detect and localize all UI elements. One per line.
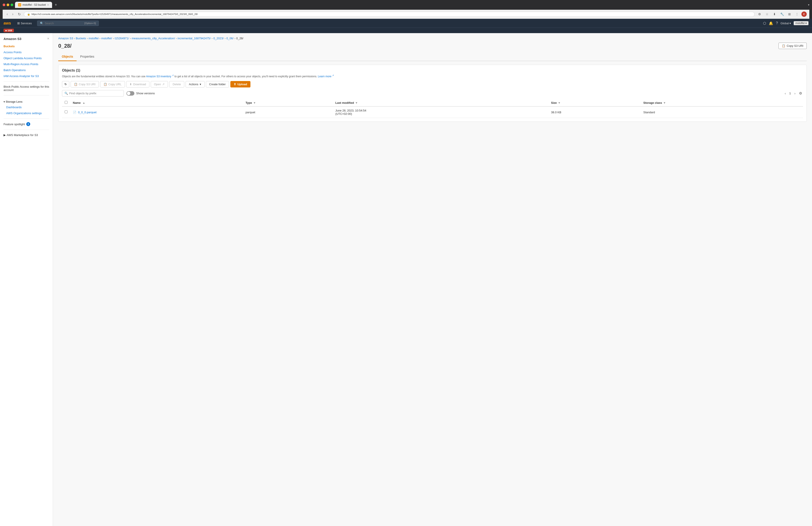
maximize-window-button[interactable] — [11, 3, 13, 6]
table-body: 📄 0_0_0.parquet parquet June 28, 2023, 1… — [62, 106, 803, 118]
select-all-checkbox[interactable] — [64, 101, 68, 104]
show-versions-label: Show versions — [136, 91, 155, 95]
size-filter-icon: ▾ — [559, 101, 560, 104]
copy-s3-uri-header-label: Copy S3 URI — [787, 44, 803, 47]
copy-s3-uri-label: Copy S3 URI — [79, 83, 96, 86]
sidebar-item-block-public[interactable]: Block Public Access settings for this ac… — [0, 84, 53, 93]
pagination-prev-button[interactable]: ‹ — [783, 91, 787, 96]
global-menu-button[interactable]: Global ▾ — [781, 22, 791, 25]
feature-spotlight[interactable]: Feature spotlight 3 — [0, 121, 53, 127]
tab-navigation: Objects Properties — [58, 53, 807, 61]
extensions-button[interactable]: ⚙ — [756, 11, 763, 17]
breadcrumb-buckets[interactable]: Buckets — [76, 37, 86, 40]
sidebar-item-batch-operations[interactable]: Batch Operations — [0, 67, 53, 73]
lock-icon: 🔒 — [27, 13, 30, 16]
sidebar-item-marketplace[interactable]: ▶ AWS Marketplace for S3 — [0, 132, 53, 138]
learn-more-link[interactable]: Learn more ↗ — [318, 75, 334, 78]
services-menu-button[interactable]: ⊞ Services — [15, 20, 33, 26]
copy-s3-uri-button[interactable]: 📋 Copy S3 URI — [71, 81, 99, 87]
table-settings-button[interactable]: ⚙ — [798, 90, 803, 96]
active-tab[interactable]: S3 mstoffel - S3 bucket × — [15, 2, 52, 8]
refresh-button[interactable]: ↻ — [62, 81, 69, 87]
sidebar-item-iam-analyzer[interactable]: IAM Access Analyzer for S3 — [0, 73, 53, 79]
row-checkbox-cell — [62, 106, 70, 118]
tab-close-button[interactable]: × — [47, 3, 49, 6]
storage-class-sort-button[interactable]: Storage class ▾ — [643, 101, 800, 104]
breadcrumb-mstoffel-slash[interactable]: mstoffel/ — [101, 37, 112, 40]
copy-s3-uri-header-button[interactable]: 📋 Copy S3 URI — [779, 43, 807, 49]
download-button[interactable]: ⬇ Download — [126, 81, 149, 87]
breadcrumb-t15264971[interactable]: t15264971/ — [115, 37, 129, 40]
row-checkbox[interactable] — [64, 110, 68, 113]
open-button[interactable]: Open ↗ — [151, 81, 168, 87]
inventory-link[interactable]: Amazon S3 inventory ↗ — [146, 75, 174, 78]
download-icon: ⬇ — [130, 83, 132, 86]
breadcrumb-incremental[interactable]: incremental_1687942475/ — [178, 37, 211, 40]
breadcrumb-amazon-s3[interactable]: Amazon S3 — [58, 37, 73, 40]
upload-button[interactable]: ⬆ Upload — [230, 81, 250, 87]
show-versions-toggle[interactable]: Show versions — [127, 91, 155, 96]
global-label: Global — [781, 22, 789, 25]
sidebar-item-dashboards[interactable]: Dashboards — [0, 104, 53, 110]
close-window-button[interactable] — [3, 3, 5, 6]
search-input[interactable] — [45, 22, 83, 25]
pagination-next-button[interactable]: › — [793, 91, 797, 96]
forward-button[interactable]: › — [11, 12, 15, 17]
row-last-modified-cell: June 28, 2023, 10:54:54(UTC+02:00) — [333, 106, 549, 118]
aws-logo: aws — [3, 21, 11, 26]
help-icon[interactable]: ? — [776, 21, 778, 25]
breadcrumb-mstoffel[interactable]: mstoffel — [88, 37, 98, 40]
sidebar-item-access-points[interactable]: Access Points — [0, 49, 53, 55]
versions-toggle-switch[interactable] — [127, 91, 134, 96]
bookmark-button[interactable]: ☆ — [764, 11, 770, 17]
terminal-icon[interactable]: ⬡ — [763, 21, 766, 25]
breadcrumb-0-28: 0_28/ — [236, 37, 243, 40]
url-bar[interactable]: 🔒 https://s3.console.aws.amazon.com/s3/b… — [24, 12, 755, 17]
back-button[interactable]: ‹ — [5, 12, 9, 17]
copy-url-button[interactable]: 📋 Copy URL — [100, 81, 125, 87]
breadcrumb-sep-2: › — [87, 37, 88, 40]
puzzle-button[interactable]: 🔧 — [779, 11, 785, 17]
type-sort-button[interactable]: Type ▾ — [246, 101, 330, 104]
refresh-button[interactable]: ↻ — [17, 12, 22, 17]
profile-icon[interactable]: C — [801, 12, 807, 17]
size-sort-button[interactable]: Size ▾ — [551, 101, 638, 104]
download-button[interactable]: ⬇ — [771, 11, 778, 17]
objects-panel: Objects (1) Objects are the fundamental … — [58, 65, 807, 122]
sidebar-item-object-lambda[interactable]: Object Lambda Access Points — [0, 55, 53, 61]
sidebar-item-org-settings[interactable]: AWS Organizations settings — [0, 110, 53, 116]
delete-button[interactable]: Delete — [169, 81, 184, 87]
sidebar-item-buckets[interactable]: Buckets — [0, 43, 53, 49]
tab-objects[interactable]: Objects — [58, 53, 76, 61]
name-sort-button[interactable]: Name ▲ — [73, 101, 240, 104]
search-input[interactable] — [69, 91, 121, 95]
sidebar-section-storage-lens[interactable]: ▾ Storage Lens — [0, 98, 53, 104]
grid-button[interactable]: ⊞ — [786, 11, 793, 17]
search-box[interactable]: 🔍 — [62, 90, 124, 97]
breadcrumb-measurements[interactable]: measurements_c8y_Acceleration/ — [132, 37, 175, 40]
breadcrumb-0-06[interactable]: 0_06/ — [227, 37, 234, 40]
last-modified-sort-button[interactable]: Last modified ▾ — [335, 101, 546, 104]
tab-properties[interactable]: Properties — [76, 53, 98, 61]
breadcrumb-sep-5: › — [130, 37, 131, 40]
minimize-window-button[interactable] — [6, 3, 9, 6]
new-tab-button[interactable]: + — [53, 3, 59, 7]
aws-search-bar[interactable]: 🔍 [Option+S] — [37, 20, 99, 26]
user-menu-button[interactable]: mstoffel ▾ — [794, 21, 809, 25]
breadcrumb-sep-3: › — [100, 37, 100, 40]
tab-overflow-chevron[interactable]: ▾ — [808, 3, 809, 6]
row-storage-class-cell: Standard — [641, 106, 803, 118]
breadcrumb-0-2023[interactable]: 0_2023/ — [213, 37, 224, 40]
more-button[interactable]: ⋮ — [794, 11, 800, 17]
file-icon: 📄 — [73, 111, 76, 114]
create-folder-button[interactable]: Create folder — [206, 81, 229, 87]
bell-icon[interactable]: 🔔 — [769, 21, 773, 25]
breadcrumb: Amazon S3 › Buckets › mstoffel › mstoffe… — [58, 37, 807, 40]
actions-dropdown-button[interactable]: Actions ▾ — [186, 81, 205, 87]
sidebar-close-button[interactable]: × — [47, 37, 49, 41]
row-size-cell: 38.0 KB — [548, 106, 640, 118]
file-name-link[interactable]: 0_0_0.parquet — [78, 111, 97, 114]
objects-header: Objects (1) Objects are the fundamental … — [62, 69, 803, 79]
sidebar-item-multi-region[interactable]: Multi-Region Access Points — [0, 61, 53, 67]
size-column-header: Size ▾ — [548, 99, 640, 106]
